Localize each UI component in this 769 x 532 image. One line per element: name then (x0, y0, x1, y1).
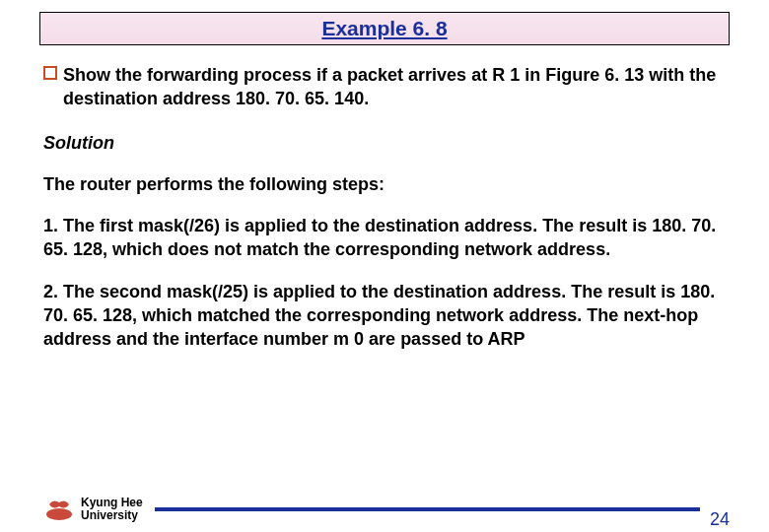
bullet-item: Show the forwarding process if a packet … (43, 63, 726, 111)
slide-content: Show the forwarding process if a packet … (0, 45, 769, 352)
intro-text: The router performs the following steps: (43, 172, 726, 196)
university-logo-icon (43, 497, 75, 522)
title-text: Example 6. 8 (321, 17, 447, 40)
square-bullet-icon (43, 66, 57, 80)
footer-divider (155, 507, 700, 511)
title-bar: Example 6. 8 (39, 12, 730, 45)
university-name: Kyung Hee University (81, 497, 143, 522)
svg-point-0 (46, 508, 72, 520)
footer: Kyung Hee University (43, 497, 739, 522)
bullet-text: Show the forwarding process if a packet … (63, 63, 726, 111)
page-number: 24 (710, 509, 730, 530)
step-1: 1. The first mask(/26) is applied to the… (43, 214, 726, 262)
university-name-line1: Kyung Hee (81, 497, 143, 509)
solution-heading: Solution (43, 131, 726, 155)
university-name-line2: University (81, 509, 143, 522)
step-2: 2. The second mask(/25) is applied to th… (43, 280, 726, 352)
